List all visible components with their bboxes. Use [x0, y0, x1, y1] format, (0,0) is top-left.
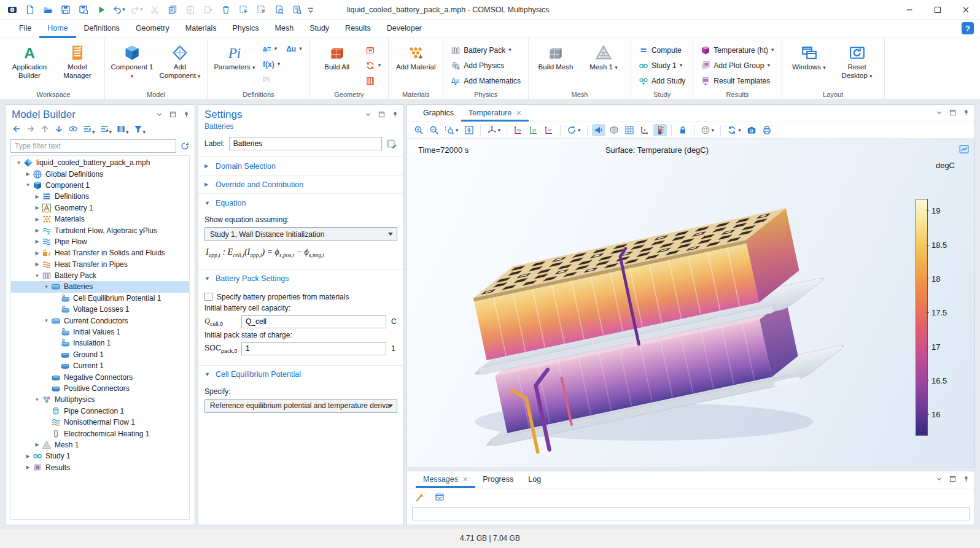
mb-arr-left-button[interactable]	[12, 124, 21, 136]
soc-input[interactable]	[241, 342, 386, 355]
ribbon-add-physics-button[interactable]: Add Physics	[448, 58, 524, 73]
menu-tab-mesh[interactable]: Mesh	[267, 20, 302, 38]
menu-tab-geometry[interactable]: Geometry	[128, 20, 177, 38]
run-button[interactable]	[93, 2, 109, 18]
menu-tab-developer[interactable]: Developer	[379, 20, 430, 38]
duplicate-button[interactable]	[200, 2, 216, 18]
g-xy-button[interactable]: xy	[511, 124, 525, 136]
delete-button[interactable]	[217, 2, 234, 18]
tree-node[interactable]: ▼liquid_cooled_battery_pack_a.mph	[11, 157, 189, 168]
tree-node[interactable]: ▼Battery Pack	[11, 270, 189, 281]
ribbon-reset-desktop-button[interactable]: Reset Desktop ▾	[834, 41, 880, 90]
g-zoom-box-button[interactable]: ▾	[443, 124, 461, 136]
section-battery-pack-settings[interactable]: ▼Battery Pack Settings Specify battery p…	[198, 269, 403, 365]
pick-box-button[interactable]	[253, 2, 270, 18]
tree-node[interactable]: ▶Heat Transfer in Solids and Fluids	[11, 247, 189, 258]
menu-tab-study[interactable]: Study	[301, 20, 337, 38]
expand-toggle[interactable]: ▶	[24, 453, 32, 459]
tree-node[interactable]: Pipe Connection 1	[11, 406, 189, 417]
ribbon-add-mathematics-button[interactable]: ΔuAdd Mathematics	[448, 73, 524, 88]
collapse-toggle[interactable]: ▼	[15, 160, 23, 166]
ribbon-add-plot-group-button[interactable]: Add Plot Group▾	[698, 58, 777, 73]
equation-assumption-dropdown[interactable]: Study 1, Wall Distance Initialization	[204, 227, 397, 241]
close-tab-icon[interactable]: ✕	[462, 476, 468, 484]
tree-node[interactable]: ▶Materials	[11, 214, 189, 225]
rename-icon[interactable]	[386, 138, 397, 149]
tree-node[interactable]: DCell Equilibrium Potential 1	[11, 293, 189, 304]
save-as-button[interactable]	[75, 2, 91, 18]
expand-toggle[interactable]: ▶	[33, 250, 41, 256]
mb-arr-right-button[interactable]	[26, 124, 36, 136]
tree-node[interactable]: ▶Turbulent Flow, Algebraic yPlus	[11, 225, 189, 236]
ribbon-model-manager-button[interactable]: Model Manager	[55, 41, 100, 90]
ribbon-study-1-button[interactable]: Study 1▾	[636, 58, 688, 73]
save-button[interactable]	[57, 2, 74, 18]
g-axes3-button[interactable]	[638, 124, 651, 136]
plot-canvas[interactable]: Time=72000 s Surface: Temperature (degC)…	[407, 139, 974, 468]
section-cell-equilibrium-potential[interactable]: ▼Cell Equilibrium Potential Specify: Ref…	[198, 365, 403, 420]
tree-node[interactable]: DInsulation 1	[11, 338, 189, 349]
tree-node[interactable]: ▶Results	[11, 462, 189, 473]
refresh-icon[interactable]	[180, 141, 190, 151]
redo-button[interactable]: ▾	[128, 2, 145, 18]
expand-toggle[interactable]: ▶	[33, 217, 41, 222]
collapse-toggle[interactable]: ▼	[42, 318, 50, 323]
menu-tab-home[interactable]: Home	[39, 20, 76, 38]
messages-tab-messages[interactable]: Messages✕	[416, 471, 475, 488]
ribbon--u-button[interactable]: Δu▾	[283, 41, 305, 56]
tree-node[interactable]: ▶Heat Transfer in Pipes	[11, 259, 189, 270]
minimize-button[interactable]	[895, 0, 924, 20]
ribbon-pi-button[interactable]: Pi	[260, 72, 283, 87]
ribbon-temperature-(ht)-button[interactable]: Temperature (ht)▾	[698, 42, 777, 58]
mb-arr-down-button[interactable]	[54, 124, 64, 136]
mb-show-eye-button[interactable]	[68, 124, 78, 136]
ribbon-add-component-button[interactable]: Add Component ▾	[157, 41, 203, 90]
close-tab-icon[interactable]: ✕	[516, 109, 521, 117]
ribbon-build-all-button[interactable]: Build All	[314, 41, 360, 90]
pc-caret-icon[interactable]	[935, 475, 943, 483]
tree-node[interactable]: ▶Geometry 1	[11, 203, 189, 214]
ribbon-add-material-button[interactable]: Add Material	[393, 41, 438, 90]
ribbon-component-1-button[interactable]: Component 1 ▾	[109, 41, 155, 90]
g-sound-button[interactable]	[592, 124, 605, 136]
help-button[interactable]: ?	[962, 22, 974, 34]
expand-toggle[interactable]: ▶	[33, 442, 41, 447]
copy-button[interactable]	[164, 2, 181, 18]
expand-toggle[interactable]: ▶	[24, 465, 32, 470]
tree-node[interactable]: ▼Component 1	[11, 180, 189, 191]
open-file-button[interactable]	[39, 2, 56, 18]
tree-node[interactable]: DVoltage Losses 1	[11, 304, 189, 315]
pc-caret-icon[interactable]	[935, 109, 943, 117]
ribbon-compute-button[interactable]: Compute	[636, 42, 688, 58]
ribbon-geo-grid-button[interactable]	[362, 73, 384, 88]
mb-arr-up-button[interactable]	[40, 124, 50, 136]
maximize-button[interactable]	[924, 0, 952, 20]
section-equation[interactable]: ▼Equation Show equation assuming: Study …	[198, 193, 403, 269]
cut-button[interactable]	[146, 2, 163, 18]
g-zoom-in-button[interactable]	[412, 124, 426, 136]
mb-list-down-button[interactable]: ▾	[99, 124, 112, 136]
clear-broom-button[interactable]	[413, 491, 427, 503]
ribbon-f(x)-button[interactable]: f(x)▾	[260, 56, 283, 72]
ribbon-a=-button[interactable]: a=▾	[260, 41, 283, 56]
mb-funnel-button[interactable]: ▾	[133, 124, 146, 136]
label-input[interactable]	[229, 137, 382, 150]
collapse-toggle[interactable]: ▼	[42, 284, 50, 290]
g-zoom-out-button[interactable]	[427, 124, 441, 136]
pc-pin-icon[interactable]	[182, 110, 190, 118]
g-axis-button[interactable]: ▾	[485, 124, 503, 136]
ribbon-application-builder-button[interactable]: AApplication Builder	[7, 41, 52, 90]
g-rotate-button[interactable]: ▾	[565, 124, 583, 136]
pc-pin-icon[interactable]	[391, 110, 399, 118]
tree-node[interactable]: Ground 1	[11, 349, 189, 360]
expand-toggle[interactable]: ▶	[33, 261, 41, 267]
g-extents-button[interactable]	[462, 124, 476, 136]
g-yz-button[interactable]: yz	[527, 124, 540, 136]
tree-node[interactable]: ▶Study 1	[11, 450, 189, 461]
filter-input[interactable]	[10, 139, 176, 153]
g-camera-button[interactable]	[745, 124, 758, 136]
pc-caret-icon[interactable]	[155, 110, 163, 118]
paste-button[interactable]	[182, 2, 198, 18]
mb-columns-button[interactable]: ▾	[116, 124, 129, 136]
tree-node[interactable]: ▼Multiphysics	[11, 394, 189, 405]
